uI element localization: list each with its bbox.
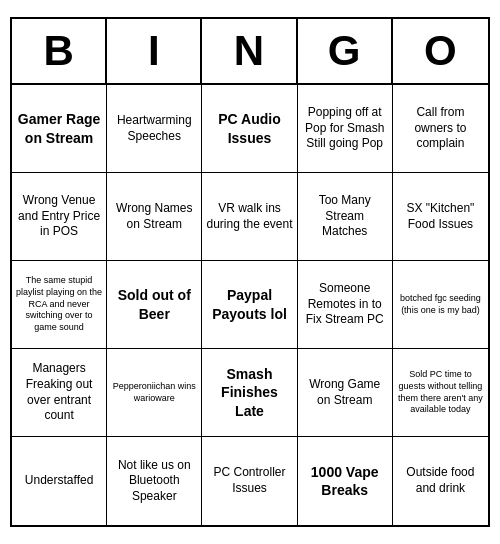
bingo-cell: botched fgc seeding (this one is my bad) (393, 261, 488, 349)
bingo-cell: Someone Remotes in to Fix Stream PC (298, 261, 393, 349)
bingo-cell: The same stupid playlist playing on the … (12, 261, 107, 349)
header-letter: O (393, 19, 488, 83)
bingo-cell: Managers Freaking out over entrant count (12, 349, 107, 437)
bingo-cell: Outside food and drink (393, 437, 488, 525)
bingo-cell: Paypal Payouts lol (202, 261, 297, 349)
header-letter: N (202, 19, 297, 83)
bingo-cell: Sold out of Beer (107, 261, 202, 349)
bingo-cell: PC Audio Issues (202, 85, 297, 173)
bingo-cell: SX "Kitchen" Food Issues (393, 173, 488, 261)
bingo-cell: Call from owners to complain (393, 85, 488, 173)
header-letter: I (107, 19, 202, 83)
header-letter: G (298, 19, 393, 83)
bingo-cell: Not like us on Bluetooth Speaker (107, 437, 202, 525)
bingo-grid: Gamer Rage on StreamHeartwarming Speeche… (12, 85, 488, 525)
bingo-cell: VR walk ins during the event (202, 173, 297, 261)
bingo-cell: Popping off at Pop for Smash Still going… (298, 85, 393, 173)
bingo-header: BINGO (12, 19, 488, 85)
bingo-card: BINGO Gamer Rage on StreamHeartwarming S… (10, 17, 490, 527)
bingo-cell: Wrong Names on Stream (107, 173, 202, 261)
bingo-cell: Understaffed (12, 437, 107, 525)
bingo-cell: Gamer Rage on Stream (12, 85, 107, 173)
bingo-cell: Too Many Stream Matches (298, 173, 393, 261)
bingo-cell: Wrong Venue and Entry Price in POS (12, 173, 107, 261)
bingo-cell: Pepperoniichan wins warioware (107, 349, 202, 437)
bingo-cell: Smash Finishes Late (202, 349, 297, 437)
bingo-cell: 1000 Vape Breaks (298, 437, 393, 525)
bingo-cell: Wrong Game on Stream (298, 349, 393, 437)
header-letter: B (12, 19, 107, 83)
bingo-cell: PC Controller Issues (202, 437, 297, 525)
bingo-cell: Heartwarming Speeches (107, 85, 202, 173)
bingo-cell: Sold PC time to guests without telling t… (393, 349, 488, 437)
